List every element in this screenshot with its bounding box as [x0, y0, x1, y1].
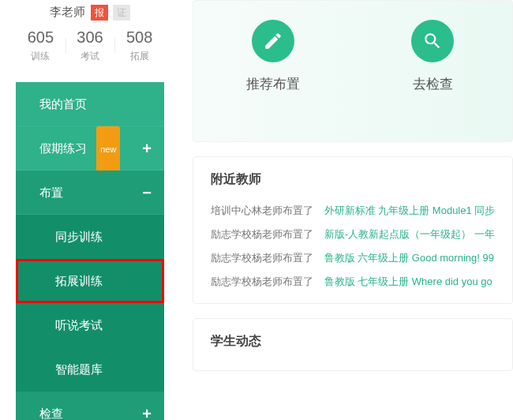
nav-vacation[interactable]: 假期练习 new + [16, 126, 164, 171]
tag-bao: 报 [91, 5, 108, 21]
stat-exam[interactable]: 306 考试 [66, 28, 115, 63]
stat-num: 508 [114, 28, 164, 47]
stat-label: 考试 [66, 50, 115, 63]
feed-link[interactable]: 鲁教版 六年级上册 Good morning! 99 [324, 252, 494, 264]
nav-sub-label: 智能题库 [55, 362, 103, 376]
feed-who: 培训中心林老师布置了 [211, 204, 313, 216]
nav-sub-expand[interactable]: 拓展训练 [16, 259, 164, 303]
nav-check[interactable]: 检查 + [16, 392, 164, 420]
teacher-name: 李老师 [50, 5, 85, 18]
feed-who: 励志学校杨老师布置了 [211, 228, 313, 240]
nav-sub-label: 同步训练 [55, 230, 103, 243]
hero-gocheck[interactable]: 去检查 [377, 20, 488, 93]
main: 推荐布置 去检查 附近教师 培训中心林老师布置了 外研新标准 九年级上册 Mod… [193, 0, 513, 420]
stat-num: 306 [66, 28, 115, 47]
nav-sub-label: 听说考试 [55, 318, 103, 332]
feed-row: 励志学校杨老师布置了 鲁教版 六年级上册 Good morning! 99 [211, 246, 495, 270]
nav-home[interactable]: 我的首页 [16, 82, 164, 126]
stat-label: 拓展 [114, 50, 164, 63]
stat-label: 训练 [16, 50, 66, 63]
hero: 推荐布置 去检查 [193, 0, 513, 142]
hero-label: 推荐布置 [218, 75, 328, 93]
nav-label: 布置 [39, 186, 63, 199]
nav: 我的首页 假期练习 new + 布置 − 同步训练 拓展训练 听说考试 智能题库… [16, 82, 164, 420]
nearby-teachers: 附近教师 培训中心林老师布置了 外研新标准 九年级上册 Module1 同步 励… [193, 156, 513, 304]
feed-row: 励志学校杨老师布置了 新版-人教新起点版（一年级起） 一年 [211, 223, 495, 246]
nav-label: 假期练习 [39, 141, 87, 155]
feed-row: 培训中心林老师布置了 外研新标准 九年级上册 Module1 同步 [211, 199, 495, 223]
new-badge: new [96, 126, 120, 172]
hero-label: 去检查 [377, 75, 488, 93]
hero-recommend[interactable]: 推荐布置 [218, 20, 328, 93]
nav-assign[interactable]: 布置 − [16, 171, 164, 215]
nav-label: 我的首页 [39, 97, 87, 111]
sidebar: 李老师 报 证 605 训练 306 考试 508 拓展 我的首页 假期练习 n… [16, 0, 164, 420]
teacher-row: 李老师 报 证 [16, 0, 164, 24]
nav-sub-label: 拓展训练 [55, 274, 103, 287]
tag-zheng: 证 [113, 5, 130, 21]
search-icon [411, 20, 454, 62]
feed-link[interactable]: 外研新标准 九年级上册 Module1 同步 [324, 204, 495, 216]
feed-row: 励志学校杨老师布置了 鲁教版 七年级上册 Where did you go [211, 270, 495, 294]
edit-icon [252, 20, 294, 62]
feed-who: 励志学校杨老师布置了 [211, 252, 313, 264]
stats-row: 605 训练 306 考试 508 拓展 [16, 24, 164, 74]
minus-icon: − [142, 171, 152, 215]
section-title: 学生动态 [211, 333, 495, 350]
section-title: 附近教师 [211, 171, 495, 188]
plus-icon: + [142, 126, 152, 171]
feed-who: 励志学校杨老师布置了 [211, 276, 313, 287]
plus-icon: + [142, 392, 152, 420]
student-activity: 学生动态 [193, 318, 513, 371]
stat-train[interactable]: 605 训练 [16, 28, 66, 63]
nav-sub-listen[interactable]: 听说考试 [16, 303, 164, 347]
feed-link[interactable]: 新版-人教新起点版（一年级起） 一年 [324, 228, 495, 240]
feed-link[interactable]: 鲁教版 七年级上册 Where did you go [324, 276, 492, 287]
nav-sub-sync[interactable]: 同步训练 [16, 215, 164, 259]
nav-label: 检查 [39, 407, 63, 420]
stat-expand[interactable]: 508 拓展 [114, 28, 164, 63]
nav-sub-bank[interactable]: 智能题库 [16, 347, 164, 392]
stat-num: 605 [16, 28, 66, 47]
